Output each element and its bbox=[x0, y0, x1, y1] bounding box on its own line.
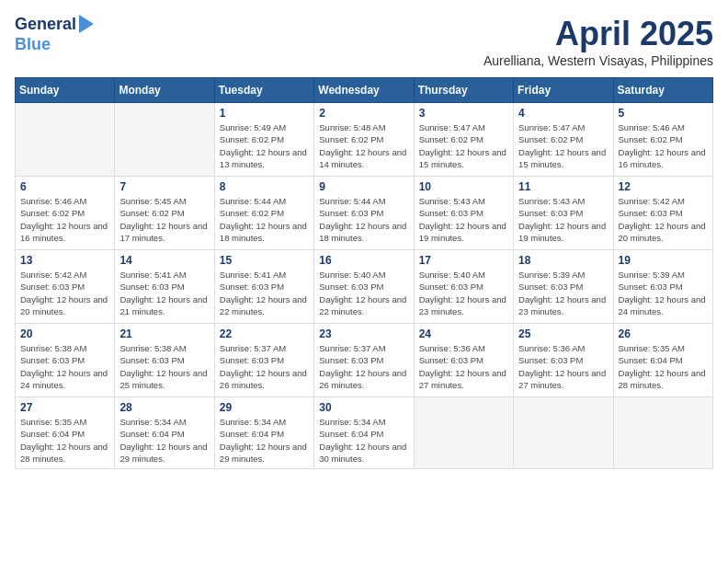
day-info: Sunrise: 5:38 AM Sunset: 6:03 PM Dayligh… bbox=[119, 342, 209, 391]
calendar-day-cell: 2Sunrise: 5:48 AM Sunset: 6:02 PM Daylig… bbox=[314, 103, 414, 177]
page-header: General Blue April 2025 Aurelliana, West… bbox=[15, 15, 713, 68]
month-title: April 2025 bbox=[483, 15, 713, 53]
day-number: 3 bbox=[419, 107, 508, 120]
calendar-week-row: 27Sunrise: 5:35 AM Sunset: 6:04 PM Dayli… bbox=[16, 397, 713, 469]
calendar-day-cell: 5Sunrise: 5:46 AM Sunset: 6:02 PM Daylig… bbox=[613, 103, 712, 177]
day-number: 15 bbox=[220, 254, 309, 267]
day-info: Sunrise: 5:49 AM Sunset: 6:02 PM Dayligh… bbox=[220, 121, 309, 170]
day-number: 11 bbox=[518, 180, 608, 193]
day-info: Sunrise: 5:39 AM Sunset: 6:03 PM Dayligh… bbox=[518, 269, 608, 317]
day-number: 1 bbox=[220, 107, 309, 120]
day-number: 12 bbox=[619, 180, 708, 193]
day-number: 7 bbox=[119, 180, 209, 193]
day-info: Sunrise: 5:34 AM Sunset: 6:04 PM Dayligh… bbox=[220, 416, 309, 465]
day-info: Sunrise: 5:43 AM Sunset: 6:03 PM Dayligh… bbox=[518, 195, 608, 244]
logo-arrow-icon bbox=[79, 15, 94, 33]
day-info: Sunrise: 5:40 AM Sunset: 6:03 PM Dayligh… bbox=[419, 269, 508, 317]
calendar-day-cell: 3Sunrise: 5:47 AM Sunset: 6:02 PM Daylig… bbox=[414, 103, 513, 177]
day-info: Sunrise: 5:35 AM Sunset: 6:04 PM Dayligh… bbox=[20, 416, 109, 465]
calendar-day-cell: 30Sunrise: 5:34 AM Sunset: 6:04 PM Dayli… bbox=[314, 397, 414, 469]
calendar-day-cell: 13Sunrise: 5:42 AM Sunset: 6:03 PM Dayli… bbox=[16, 250, 115, 324]
column-header-sunday: Sunday bbox=[16, 78, 115, 103]
calendar-week-row: 20Sunrise: 5:38 AM Sunset: 6:03 PM Dayli… bbox=[16, 324, 713, 397]
day-info: Sunrise: 5:47 AM Sunset: 6:02 PM Dayligh… bbox=[419, 121, 508, 170]
day-info: Sunrise: 5:41 AM Sunset: 6:03 PM Dayligh… bbox=[220, 269, 309, 317]
day-info: Sunrise: 5:44 AM Sunset: 6:02 PM Dayligh… bbox=[220, 195, 309, 244]
calendar-day-cell: 1Sunrise: 5:49 AM Sunset: 6:02 PM Daylig… bbox=[214, 103, 313, 177]
calendar-day-cell: 21Sunrise: 5:38 AM Sunset: 6:03 PM Dayli… bbox=[115, 324, 214, 397]
calendar-day-cell: 29Sunrise: 5:34 AM Sunset: 6:04 PM Dayli… bbox=[214, 397, 313, 469]
calendar-day-cell: 9Sunrise: 5:44 AM Sunset: 6:03 PM Daylig… bbox=[314, 177, 414, 250]
day-number: 8 bbox=[220, 180, 309, 193]
day-number: 2 bbox=[319, 107, 408, 120]
calendar-day-cell: 15Sunrise: 5:41 AM Sunset: 6:03 PM Dayli… bbox=[214, 250, 313, 324]
day-info: Sunrise: 5:38 AM Sunset: 6:03 PM Dayligh… bbox=[20, 342, 109, 391]
calendar-day-cell: 8Sunrise: 5:44 AM Sunset: 6:02 PM Daylig… bbox=[214, 177, 313, 250]
day-number: 17 bbox=[419, 254, 508, 267]
day-info: Sunrise: 5:34 AM Sunset: 6:04 PM Dayligh… bbox=[119, 416, 209, 465]
calendar-day-cell bbox=[514, 397, 613, 469]
day-info: Sunrise: 5:37 AM Sunset: 6:03 PM Dayligh… bbox=[319, 342, 408, 391]
column-header-friday: Friday bbox=[514, 78, 613, 103]
day-number: 26 bbox=[619, 327, 708, 340]
calendar-day-cell: 25Sunrise: 5:36 AM Sunset: 6:03 PM Dayli… bbox=[514, 324, 613, 397]
calendar-day-cell: 20Sunrise: 5:38 AM Sunset: 6:03 PM Dayli… bbox=[16, 324, 115, 397]
day-info: Sunrise: 5:41 AM Sunset: 6:03 PM Dayligh… bbox=[119, 269, 209, 317]
calendar-day-cell: 22Sunrise: 5:37 AM Sunset: 6:03 PM Dayli… bbox=[214, 324, 313, 397]
day-number: 28 bbox=[119, 401, 209, 414]
calendar-day-cell: 23Sunrise: 5:37 AM Sunset: 6:03 PM Dayli… bbox=[314, 324, 414, 397]
day-info: Sunrise: 5:35 AM Sunset: 6:04 PM Dayligh… bbox=[619, 342, 708, 391]
calendar-day-cell bbox=[613, 397, 712, 469]
day-number: 9 bbox=[319, 180, 408, 193]
calendar-day-cell: 6Sunrise: 5:46 AM Sunset: 6:02 PM Daylig… bbox=[16, 177, 115, 250]
day-info: Sunrise: 5:37 AM Sunset: 6:03 PM Dayligh… bbox=[220, 342, 309, 391]
day-number: 25 bbox=[518, 327, 608, 340]
title-block: April 2025 Aurelliana, Western Visayas, … bbox=[483, 15, 713, 68]
day-info: Sunrise: 5:40 AM Sunset: 6:03 PM Dayligh… bbox=[319, 269, 408, 317]
calendar-day-cell: 11Sunrise: 5:43 AM Sunset: 6:03 PM Dayli… bbox=[514, 177, 613, 250]
calendar-day-cell: 7Sunrise: 5:45 AM Sunset: 6:02 PM Daylig… bbox=[115, 177, 214, 250]
logo-text-line2: Blue bbox=[15, 35, 51, 55]
day-number: 23 bbox=[319, 327, 408, 340]
day-number: 18 bbox=[518, 254, 608, 267]
logo: General Blue bbox=[15, 15, 94, 54]
column-header-tuesday: Tuesday bbox=[214, 78, 313, 103]
calendar-week-row: 13Sunrise: 5:42 AM Sunset: 6:03 PM Dayli… bbox=[16, 250, 713, 324]
location-subtitle: Aurelliana, Western Visayas, Philippines bbox=[483, 53, 713, 68]
calendar-day-cell: 19Sunrise: 5:39 AM Sunset: 6:03 PM Dayli… bbox=[613, 250, 712, 324]
calendar-day-cell: 4Sunrise: 5:47 AM Sunset: 6:02 PM Daylig… bbox=[514, 103, 613, 177]
column-header-saturday: Saturday bbox=[613, 78, 712, 103]
day-number: 14 bbox=[119, 254, 209, 267]
calendar-day-cell: 27Sunrise: 5:35 AM Sunset: 6:04 PM Dayli… bbox=[16, 397, 115, 469]
day-number: 16 bbox=[319, 254, 408, 267]
calendar-day-cell bbox=[414, 397, 513, 469]
day-number: 6 bbox=[20, 180, 109, 193]
day-info: Sunrise: 5:48 AM Sunset: 6:02 PM Dayligh… bbox=[319, 121, 408, 170]
day-number: 30 bbox=[319, 401, 408, 414]
day-number: 29 bbox=[220, 401, 309, 414]
day-number: 21 bbox=[119, 327, 209, 340]
calendar-day-cell: 18Sunrise: 5:39 AM Sunset: 6:03 PM Dayli… bbox=[514, 250, 613, 324]
column-header-thursday: Thursday bbox=[414, 78, 513, 103]
day-number: 13 bbox=[20, 254, 109, 267]
calendar-week-row: 1Sunrise: 5:49 AM Sunset: 6:02 PM Daylig… bbox=[16, 103, 713, 177]
day-info: Sunrise: 5:42 AM Sunset: 6:03 PM Dayligh… bbox=[619, 195, 708, 244]
day-number: 27 bbox=[20, 401, 109, 414]
day-number: 22 bbox=[220, 327, 309, 340]
day-info: Sunrise: 5:42 AM Sunset: 6:03 PM Dayligh… bbox=[20, 269, 109, 317]
calendar-day-cell: 12Sunrise: 5:42 AM Sunset: 6:03 PM Dayli… bbox=[613, 177, 712, 250]
day-info: Sunrise: 5:43 AM Sunset: 6:03 PM Dayligh… bbox=[419, 195, 508, 244]
calendar-day-cell: 26Sunrise: 5:35 AM Sunset: 6:04 PM Dayli… bbox=[613, 324, 712, 397]
day-info: Sunrise: 5:44 AM Sunset: 6:03 PM Dayligh… bbox=[319, 195, 408, 244]
day-info: Sunrise: 5:36 AM Sunset: 6:03 PM Dayligh… bbox=[419, 342, 508, 391]
day-info: Sunrise: 5:46 AM Sunset: 6:02 PM Dayligh… bbox=[619, 121, 708, 170]
calendar-day-cell: 14Sunrise: 5:41 AM Sunset: 6:03 PM Dayli… bbox=[115, 250, 214, 324]
calendar-day-cell: 28Sunrise: 5:34 AM Sunset: 6:04 PM Dayli… bbox=[115, 397, 214, 469]
day-number: 4 bbox=[518, 107, 608, 120]
day-info: Sunrise: 5:39 AM Sunset: 6:03 PM Dayligh… bbox=[619, 269, 708, 317]
calendar-day-cell: 10Sunrise: 5:43 AM Sunset: 6:03 PM Dayli… bbox=[414, 177, 513, 250]
calendar-day-cell bbox=[115, 103, 214, 177]
logo-text-line1: General bbox=[15, 15, 76, 35]
day-number: 10 bbox=[419, 180, 508, 193]
column-header-wednesday: Wednesday bbox=[314, 78, 414, 103]
